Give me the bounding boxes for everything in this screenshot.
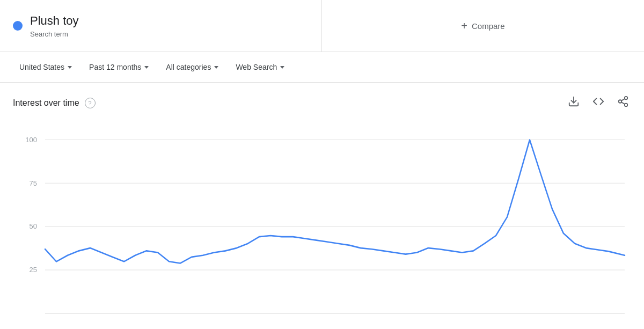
region-filter[interactable]: United States: [13, 59, 78, 76]
time-range-chevron-icon: [144, 66, 149, 69]
share-icon: [617, 96, 629, 107]
chart-title: Interest over time: [13, 98, 79, 108]
svg-text:50: 50: [30, 222, 37, 230]
embed-button[interactable]: [590, 93, 606, 112]
interest-chart: 100 75 50 25 Feb 10, 2019 Jun 2, 2019 Se…: [13, 123, 631, 329]
compare-button[interactable]: + Compare: [452, 16, 513, 36]
search-dot-indicator: [13, 21, 23, 31]
download-icon: [568, 96, 580, 107]
svg-line-5: [621, 99, 625, 101]
search-type-filter[interactable]: Web Search: [229, 59, 291, 76]
search-info: Plush toy Search term: [30, 13, 79, 38]
region-label: United States: [19, 63, 64, 71]
chart-actions: [566, 93, 631, 112]
compare-label: Compare: [472, 21, 505, 31]
category-label: All categories: [166, 63, 211, 71]
chart-title-area: Interest over time ?: [13, 98, 96, 108]
search-title: Plush toy: [30, 13, 79, 29]
category-filter[interactable]: All categories: [159, 59, 225, 76]
time-range-filter[interactable]: Past 12 months: [83, 59, 155, 76]
search-term-section: Plush toy Search term: [0, 0, 322, 52]
svg-text:100: 100: [25, 135, 37, 143]
svg-text:75: 75: [30, 179, 37, 187]
embed-icon: [592, 96, 604, 107]
category-chevron-icon: [214, 66, 218, 69]
header: Plush toy Search term + Compare: [0, 0, 644, 52]
chart-container: 100 75 50 25 Feb 10, 2019 Jun 2, 2019 Se…: [13, 123, 631, 329]
filters-bar: United States Past 12 months All categor…: [0, 52, 644, 83]
chart-section: Interest over time ?: [0, 83, 644, 329]
time-range-label: Past 12 months: [89, 63, 141, 71]
svg-text:25: 25: [30, 266, 37, 274]
search-subtitle: Search term: [30, 30, 79, 38]
compare-plus-icon: +: [461, 20, 467, 32]
chart-header: Interest over time ?: [13, 93, 631, 112]
region-chevron-icon: [68, 66, 72, 69]
help-icon[interactable]: ?: [85, 98, 96, 108]
trend-line: [45, 140, 625, 264]
svg-line-4: [621, 102, 625, 104]
share-button[interactable]: [615, 93, 631, 112]
help-label: ?: [89, 100, 92, 106]
search-type-chevron-icon: [280, 66, 284, 69]
search-type-label: Web Search: [236, 63, 277, 71]
download-button[interactable]: [566, 93, 582, 112]
compare-section: + Compare: [322, 0, 644, 52]
